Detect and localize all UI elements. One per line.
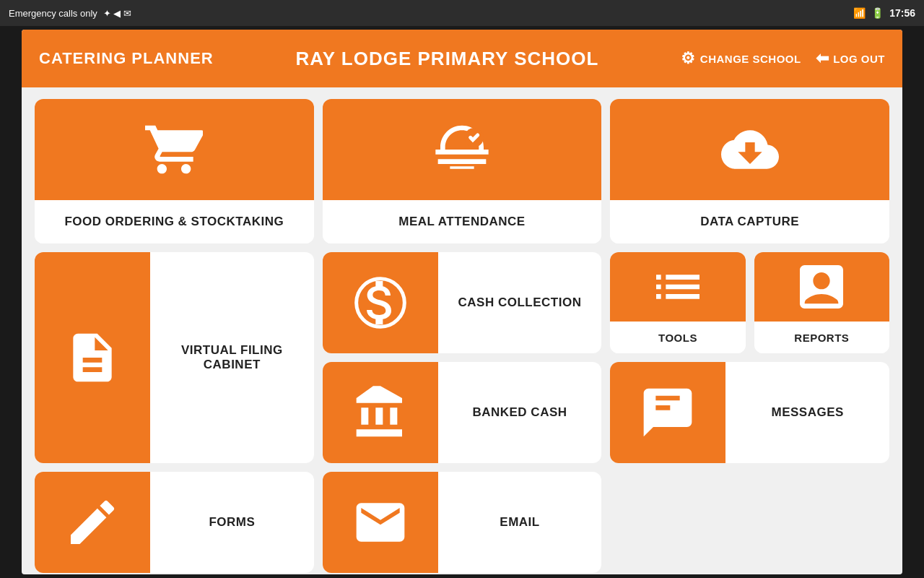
cash-collection-label: CASH COLLECTION	[438, 281, 602, 324]
tools-card[interactable]: TOOLS	[610, 252, 745, 353]
tools-reports-area: TOOLS REPORTS	[610, 252, 889, 353]
col2-stack: CASH COLLECTION BANKED CASH	[323, 252, 602, 463]
wifi-icon: 📶	[853, 7, 866, 19]
battery-icon: 🔋	[871, 7, 884, 19]
app-container: CATERING PLANNER RAY LODGE PRIMARY SCHOO…	[22, 30, 902, 574]
app-title: CATERING PLANNER	[39, 49, 214, 68]
filing-icon	[64, 329, 121, 387]
nav-actions: ⚙ CHANGE SCHOOL ⬅ LOG OUT	[681, 49, 885, 68]
cash-collection-icon-area	[323, 252, 438, 353]
meal-attendance-label: MEAL ATTENDANCE	[323, 200, 602, 243]
status-bar: Emergency calls only ✦ ◀ ✉ 📶 🔋 17:56	[0, 0, 924, 26]
status-right: 📶 🔋 17:56	[853, 7, 915, 19]
reports-icon-area	[754, 252, 889, 322]
data-capture-card[interactable]: DATA CAPTURE	[610, 99, 889, 243]
bank-icon	[352, 384, 409, 441]
messages-icon	[639, 384, 697, 441]
forms-icon-area	[35, 472, 150, 573]
status-left: Emergency calls only ✦ ◀ ✉	[9, 8, 131, 19]
virtual-filing-icon-area	[35, 252, 150, 463]
main-grid: FOOD ORDERING & STOCKTAKING MEAL ATTENDA…	[22, 87, 902, 574]
tools-label: TOOLS	[610, 322, 745, 353]
clock: 17:56	[889, 7, 915, 19]
reports-card[interactable]: REPORTS	[754, 252, 889, 353]
messages-icon-area	[610, 362, 725, 463]
log-out-icon: ⬅	[816, 49, 829, 68]
meal-attendance-card[interactable]: MEAL ATTENDANCE	[323, 99, 602, 243]
cart-icon	[145, 121, 203, 178]
banked-cash-card[interactable]: BANKED CASH	[323, 362, 602, 463]
cash-collection-icon	[352, 274, 409, 332]
forms-label: FORMS	[150, 501, 314, 544]
emergency-text: Emergency calls only	[9, 8, 97, 19]
tools-icon	[649, 258, 707, 316]
virtual-filing-card[interactable]: VIRTUAL FILING CABINET	[35, 252, 314, 463]
forms-icon	[64, 493, 121, 551]
email-icon	[352, 493, 409, 551]
email-icon-area	[323, 472, 438, 573]
meal-attendance-icon-area	[323, 99, 602, 200]
meal-attendance-icon	[433, 121, 491, 178]
email-card[interactable]: EMAIL	[323, 472, 602, 573]
tools-icon-area	[610, 252, 745, 322]
reports-label: REPORTS	[754, 322, 889, 353]
status-icons: ✦ ◀ ✉	[103, 8, 131, 19]
change-school-button[interactable]: ⚙ CHANGE SCHOOL	[681, 49, 801, 68]
virtual-filing-label: VIRTUAL FILING CABINET	[150, 336, 314, 379]
school-title: RAY LODGE PRIMARY SCHOOL	[214, 48, 681, 70]
forms-card[interactable]: FORMS	[35, 472, 314, 573]
banked-cash-icon-area	[323, 362, 438, 463]
messages-label: MESSAGES	[725, 391, 889, 434]
log-out-label: LOG OUT	[833, 53, 885, 65]
reports-icon	[793, 258, 850, 316]
change-school-label: CHANGE SCHOOL	[700, 53, 801, 65]
cloud-download-icon	[721, 121, 779, 178]
messages-card[interactable]: MESSAGES	[610, 362, 889, 463]
food-ordering-label: FOOD ORDERING & STOCKTAKING	[35, 200, 314, 243]
banked-cash-label: BANKED CASH	[438, 391, 602, 434]
food-ordering-icon-area	[35, 99, 314, 200]
email-label: EMAIL	[438, 501, 602, 544]
navbar: CATERING PLANNER RAY LODGE PRIMARY SCHOO…	[22, 30, 902, 87]
log-out-button[interactable]: ⬅ LOG OUT	[816, 49, 885, 68]
data-capture-icon-area	[610, 99, 889, 200]
change-school-icon: ⚙	[681, 49, 696, 68]
data-capture-label: DATA CAPTURE	[610, 200, 889, 243]
food-ordering-card[interactable]: FOOD ORDERING & STOCKTAKING	[35, 99, 314, 243]
cash-collection-card[interactable]: CASH COLLECTION	[323, 252, 602, 353]
